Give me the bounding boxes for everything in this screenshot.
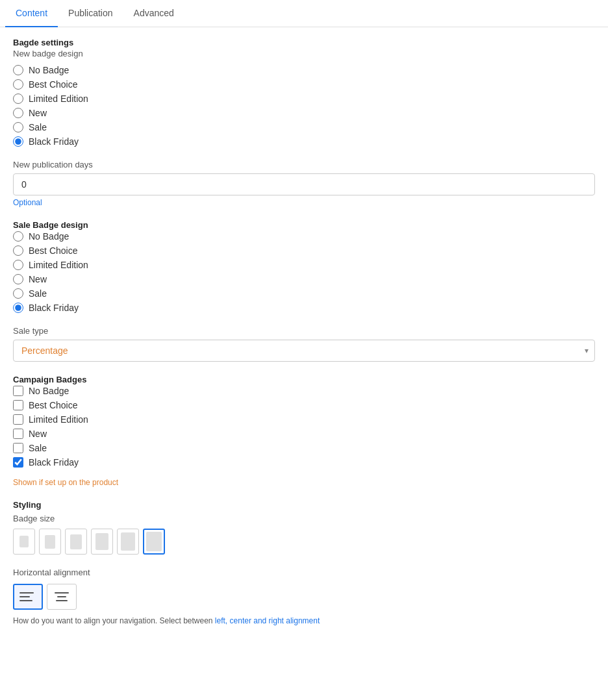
align-left-line-1	[19, 592, 34, 594]
radio-label-new-sale: New	[29, 274, 47, 284]
align-center-line-2	[57, 596, 66, 597]
radio-input-new-new[interactable]	[13, 108, 23, 118]
radio-new-new[interactable]: New	[13, 108, 595, 118]
badge-size-icon-1	[19, 536, 29, 547]
radio-input-limited-edition-sale[interactable]	[13, 260, 23, 270]
radio-label-black-friday-sale: Black Friday	[29, 303, 79, 313]
tab-publication[interactable]: Publication	[58, 0, 123, 27]
radio-label-sale-sale: Sale	[29, 288, 47, 299]
checkbox-label-no-badge: No Badge	[29, 386, 69, 396]
radio-label-new-new: New	[29, 108, 47, 118]
radio-limited-edition-sale[interactable]: Limited Edition	[13, 260, 595, 270]
radio-input-black-friday-new[interactable]	[13, 136, 23, 147]
badge-settings-title: Bagde settings	[13, 38, 595, 47]
checkbox-label-new: New	[29, 429, 47, 439]
radio-label-no-badge-sale: No Badge	[29, 231, 69, 242]
styling-title: Styling	[13, 500, 595, 510]
horizontal-alignment-label: Horizontal alignment	[13, 568, 595, 577]
align-center-line-1	[55, 592, 69, 594]
checkbox-no-badge[interactable]: No Badge	[13, 386, 595, 396]
align-left-button[interactable]	[13, 584, 43, 610]
radio-label-limited-edition-new: Limited Edition	[29, 94, 88, 104]
checkbox-label-limited-edition: Limited Edition	[29, 414, 88, 425]
align-left-line-3	[19, 600, 32, 601]
optional-hint: Optional	[13, 198, 595, 207]
campaign-hint: Shown if set up on the product	[13, 478, 595, 487]
radio-input-best-choice-new[interactable]	[13, 79, 23, 90]
new-badge-radio-group: No Badge Best Choice Limited Edition New…	[13, 65, 595, 147]
campaign-badges-section: Campaign Badges No Badge Best Choice Lim…	[13, 375, 595, 487]
badge-size-6[interactable]	[143, 529, 165, 555]
badge-size-icon-6	[146, 532, 162, 551]
radio-input-black-friday-sale[interactable]	[13, 303, 23, 313]
radio-input-no-badge-new[interactable]	[13, 65, 23, 75]
campaign-badges-checkbox-group: No Badge Best Choice Limited Edition New…	[13, 386, 595, 468]
new-publication-label: New publication days	[13, 160, 595, 169]
sale-type-select[interactable]: Percentage Fixed Both	[13, 340, 595, 362]
campaign-badges-title: Campaign Badges	[13, 375, 595, 384]
sale-type-select-wrapper: Percentage Fixed Both ▾	[13, 340, 595, 362]
radio-input-limited-edition-new[interactable]	[13, 94, 23, 104]
checkbox-new[interactable]: New	[13, 429, 595, 439]
checkbox-input-limited-edition[interactable]	[13, 414, 23, 425]
badge-size-3[interactable]	[65, 529, 87, 555]
radio-best-choice-new[interactable]: Best Choice	[13, 79, 595, 90]
checkbox-best-choice[interactable]: Best Choice	[13, 400, 595, 410]
checkbox-black-friday[interactable]: Black Friday	[13, 457, 595, 468]
align-center-line-3	[56, 600, 68, 601]
badge-size-icon-2	[45, 535, 55, 549]
checkbox-input-no-badge[interactable]	[13, 386, 23, 396]
alignment-row	[13, 584, 595, 610]
badge-size-4[interactable]	[91, 529, 113, 555]
alignment-hint-link: left, center and right alignment	[215, 616, 320, 625]
radio-no-badge-new[interactable]: No Badge	[13, 65, 595, 75]
radio-label-limited-edition-sale: Limited Edition	[29, 260, 88, 270]
checkbox-input-new[interactable]	[13, 429, 23, 439]
radio-label-sale-new: Sale	[29, 122, 47, 132]
radio-new-sale[interactable]: New	[13, 274, 595, 284]
radio-input-no-badge-sale[interactable]	[13, 231, 23, 242]
sale-type-label: Sale type	[13, 326, 595, 336]
tab-content[interactable]: Content	[5, 0, 58, 27]
radio-black-friday-sale[interactable]: Black Friday	[13, 303, 595, 313]
checkbox-limited-edition[interactable]: Limited Edition	[13, 414, 595, 425]
radio-sale-new[interactable]: Sale	[13, 122, 595, 132]
radio-label-best-choice-sale: Best Choice	[29, 245, 77, 256]
new-publication-section: New publication days Optional	[13, 160, 595, 207]
checkbox-label-black-friday: Black Friday	[29, 457, 79, 468]
radio-label-best-choice-new: Best Choice	[29, 79, 77, 90]
badge-size-icon-3	[70, 534, 82, 549]
radio-no-badge-sale[interactable]: No Badge	[13, 231, 595, 242]
checkbox-input-best-choice[interactable]	[13, 400, 23, 410]
align-center-button[interactable]	[47, 584, 77, 610]
radio-input-new-sale[interactable]	[13, 274, 23, 284]
radio-black-friday-new[interactable]: Black Friday	[13, 136, 595, 147]
new-publication-input[interactable]	[13, 173, 595, 195]
badge-size-1[interactable]	[13, 529, 35, 555]
sale-badge-title: Sale Badge design	[13, 220, 595, 230]
checkbox-label-best-choice: Best Choice	[29, 400, 77, 410]
tab-advanced[interactable]: Advanced	[123, 0, 184, 27]
badge-size-row	[13, 529, 595, 555]
alignment-hint: How do you want to align your navigation…	[13, 616, 595, 625]
radio-input-best-choice-sale[interactable]	[13, 245, 23, 256]
styling-section: Styling Badge size Horizontal alignment	[13, 500, 595, 625]
tab-bar: Content Publication Advanced	[0, 0, 608, 27]
badge-size-2[interactable]	[39, 529, 61, 555]
radio-sale-sale[interactable]: Sale	[13, 288, 595, 299]
badge-settings-subtitle: New badge design	[13, 49, 595, 58]
radio-input-sale-sale[interactable]	[13, 288, 23, 299]
checkbox-input-black-friday[interactable]	[13, 457, 23, 468]
radio-limited-edition-new[interactable]: Limited Edition	[13, 94, 595, 104]
main-content: Bagde settings New badge design No Badge…	[0, 27, 608, 636]
checkbox-input-sale[interactable]	[13, 443, 23, 453]
badge-size-label: Badge size	[13, 514, 595, 523]
radio-best-choice-sale[interactable]: Best Choice	[13, 245, 595, 256]
checkbox-sale[interactable]: Sale	[13, 443, 595, 453]
badge-size-5[interactable]	[117, 529, 139, 555]
checkbox-label-sale: Sale	[29, 443, 47, 453]
radio-input-sale-new[interactable]	[13, 122, 23, 132]
align-left-line-2	[19, 596, 30, 597]
badge-size-icon-4	[95, 533, 108, 550]
radio-label-no-badge-new: No Badge	[29, 65, 69, 75]
